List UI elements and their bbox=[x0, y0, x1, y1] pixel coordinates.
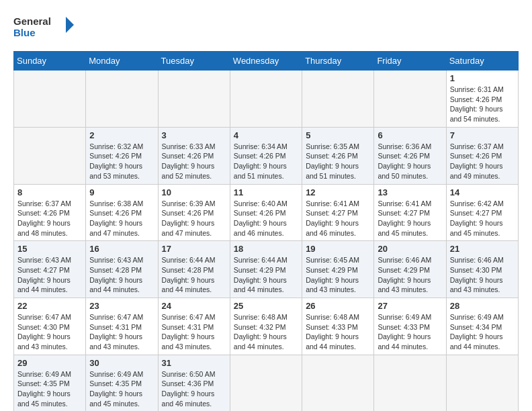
col-header-monday: Monday bbox=[86, 52, 158, 71]
table-row: 25Sunrise: 6:48 AMSunset: 4:32 PMDayligh… bbox=[230, 298, 302, 355]
col-header-saturday: Saturday bbox=[446, 52, 518, 71]
table-row bbox=[230, 355, 302, 411]
table-row: 14Sunrise: 6:42 AMSunset: 4:27 PMDayligh… bbox=[446, 184, 518, 241]
calendar-table: SundayMondayTuesdayWednesdayThursdayFrid… bbox=[13, 51, 519, 411]
day-number: 22 bbox=[17, 301, 82, 311]
table-row bbox=[302, 355, 374, 411]
day-number: 28 bbox=[450, 301, 515, 311]
table-row: 27Sunrise: 6:49 AMSunset: 4:33 PMDayligh… bbox=[374, 298, 446, 355]
day-number: 7 bbox=[450, 130, 515, 140]
day-number: 26 bbox=[306, 301, 370, 311]
table-row bbox=[446, 355, 518, 411]
day-number: 18 bbox=[234, 244, 298, 254]
day-info: Sunrise: 6:37 AMSunset: 4:26 PMDaylight:… bbox=[17, 199, 82, 238]
table-row: 30Sunrise: 6:49 AMSunset: 4:35 PMDayligh… bbox=[86, 355, 158, 411]
col-header-friday: Friday bbox=[374, 52, 446, 71]
day-info: Sunrise: 6:31 AMSunset: 4:26 PMDaylight:… bbox=[450, 85, 515, 124]
table-row: 9Sunrise: 6:38 AMSunset: 4:26 PMDaylight… bbox=[86, 184, 158, 241]
day-info: Sunrise: 6:35 AMSunset: 4:26 PMDaylight:… bbox=[306, 142, 370, 181]
day-number: 3 bbox=[162, 130, 226, 140]
day-number: 6 bbox=[378, 130, 442, 140]
svg-text:General: General bbox=[13, 15, 51, 27]
table-row bbox=[14, 127, 86, 184]
day-info: Sunrise: 6:43 AMSunset: 4:28 PMDaylight:… bbox=[89, 255, 154, 295]
day-number: 31 bbox=[162, 358, 226, 368]
table-row bbox=[230, 71, 302, 128]
table-row: 11Sunrise: 6:40 AMSunset: 4:26 PMDayligh… bbox=[230, 184, 302, 241]
table-row: 7Sunrise: 6:37 AMSunset: 4:26 PMDaylight… bbox=[446, 127, 518, 184]
day-number: 10 bbox=[162, 187, 226, 197]
table-row: 5Sunrise: 6:35 AMSunset: 4:26 PMDaylight… bbox=[302, 127, 374, 184]
table-row: 2Sunrise: 6:32 AMSunset: 4:26 PMDaylight… bbox=[86, 127, 158, 184]
table-row: 19Sunrise: 6:45 AMSunset: 4:29 PMDayligh… bbox=[302, 241, 374, 298]
col-header-sunday: Sunday bbox=[14, 52, 86, 71]
table-row: 3Sunrise: 6:33 AMSunset: 4:26 PMDaylight… bbox=[158, 127, 230, 184]
day-number: 8 bbox=[17, 187, 82, 197]
day-info: Sunrise: 6:49 AMSunset: 4:34 PMDaylight:… bbox=[450, 312, 515, 352]
day-number: 17 bbox=[162, 244, 226, 254]
table-row: 28Sunrise: 6:49 AMSunset: 4:34 PMDayligh… bbox=[446, 298, 518, 355]
day-info: Sunrise: 6:43 AMSunset: 4:27 PMDaylight:… bbox=[17, 255, 82, 295]
table-row: 29Sunrise: 6:49 AMSunset: 4:35 PMDayligh… bbox=[14, 355, 86, 411]
table-row: 4Sunrise: 6:34 AMSunset: 4:26 PMDaylight… bbox=[230, 127, 302, 184]
day-info: Sunrise: 6:34 AMSunset: 4:26 PMDaylight:… bbox=[234, 142, 298, 181]
day-number: 9 bbox=[89, 187, 154, 197]
day-number: 14 bbox=[450, 187, 515, 197]
day-info: Sunrise: 6:48 AMSunset: 4:32 PMDaylight:… bbox=[234, 312, 298, 352]
header: General Blue bbox=[13, 13, 519, 40]
day-number: 11 bbox=[234, 187, 298, 197]
day-info: Sunrise: 6:42 AMSunset: 4:27 PMDaylight:… bbox=[450, 199, 515, 238]
table-row: 26Sunrise: 6:48 AMSunset: 4:33 PMDayligh… bbox=[302, 298, 374, 355]
day-number: 25 bbox=[234, 301, 298, 311]
day-number: 1 bbox=[450, 73, 515, 83]
day-number: 27 bbox=[378, 301, 442, 311]
day-info: Sunrise: 6:33 AMSunset: 4:26 PMDaylight:… bbox=[162, 142, 226, 181]
day-number: 29 bbox=[17, 358, 82, 368]
day-number: 24 bbox=[162, 301, 226, 311]
table-row: 8Sunrise: 6:37 AMSunset: 4:26 PMDaylight… bbox=[14, 184, 86, 241]
table-row: 21Sunrise: 6:46 AMSunset: 4:30 PMDayligh… bbox=[446, 241, 518, 298]
table-row bbox=[14, 71, 86, 128]
table-row: 1Sunrise: 6:31 AMSunset: 4:26 PMDaylight… bbox=[446, 71, 518, 128]
day-info: Sunrise: 6:38 AMSunset: 4:26 PMDaylight:… bbox=[89, 199, 154, 238]
table-row: 22Sunrise: 6:47 AMSunset: 4:30 PMDayligh… bbox=[14, 298, 86, 355]
day-info: Sunrise: 6:39 AMSunset: 4:26 PMDaylight:… bbox=[162, 199, 226, 238]
day-info: Sunrise: 6:46 AMSunset: 4:30 PMDaylight:… bbox=[450, 255, 515, 295]
day-info: Sunrise: 6:41 AMSunset: 4:27 PMDaylight:… bbox=[306, 199, 370, 238]
table-row: 24Sunrise: 6:47 AMSunset: 4:31 PMDayligh… bbox=[158, 298, 230, 355]
col-header-tuesday: Tuesday bbox=[158, 52, 230, 71]
day-info: Sunrise: 6:47 AMSunset: 4:31 PMDaylight:… bbox=[162, 312, 226, 352]
col-header-thursday: Thursday bbox=[302, 52, 374, 71]
day-number: 21 bbox=[450, 244, 515, 254]
day-number: 19 bbox=[306, 244, 370, 254]
table-row: 20Sunrise: 6:46 AMSunset: 4:29 PMDayligh… bbox=[374, 241, 446, 298]
day-number: 5 bbox=[306, 130, 370, 140]
day-info: Sunrise: 6:32 AMSunset: 4:26 PMDaylight:… bbox=[89, 142, 154, 181]
day-number: 15 bbox=[17, 244, 82, 254]
day-info: Sunrise: 6:49 AMSunset: 4:35 PMDaylight:… bbox=[17, 369, 82, 409]
day-info: Sunrise: 6:40 AMSunset: 4:26 PMDaylight:… bbox=[234, 199, 298, 238]
table-row: 6Sunrise: 6:36 AMSunset: 4:26 PMDaylight… bbox=[374, 127, 446, 184]
table-row: 16Sunrise: 6:43 AMSunset: 4:28 PMDayligh… bbox=[86, 241, 158, 298]
table-row: 10Sunrise: 6:39 AMSunset: 4:26 PMDayligh… bbox=[158, 184, 230, 241]
table-row: 13Sunrise: 6:41 AMSunset: 4:27 PMDayligh… bbox=[374, 184, 446, 241]
day-info: Sunrise: 6:45 AMSunset: 4:29 PMDaylight:… bbox=[306, 255, 370, 295]
day-info: Sunrise: 6:47 AMSunset: 4:30 PMDaylight:… bbox=[17, 312, 82, 352]
svg-text:Blue: Blue bbox=[13, 27, 36, 38]
day-info: Sunrise: 6:36 AMSunset: 4:26 PMDaylight:… bbox=[378, 142, 442, 181]
day-info: Sunrise: 6:48 AMSunset: 4:33 PMDaylight:… bbox=[306, 312, 370, 352]
svg-marker-2 bbox=[66, 17, 74, 33]
day-number: 23 bbox=[89, 301, 154, 311]
day-number: 20 bbox=[378, 244, 442, 254]
day-info: Sunrise: 6:49 AMSunset: 4:35 PMDaylight:… bbox=[89, 369, 154, 409]
day-info: Sunrise: 6:50 AMSunset: 4:36 PMDaylight:… bbox=[162, 369, 226, 409]
table-row bbox=[86, 71, 158, 128]
table-row: 12Sunrise: 6:41 AMSunset: 4:27 PMDayligh… bbox=[302, 184, 374, 241]
day-info: Sunrise: 6:49 AMSunset: 4:33 PMDaylight:… bbox=[378, 312, 442, 352]
day-info: Sunrise: 6:41 AMSunset: 4:27 PMDaylight:… bbox=[378, 199, 442, 238]
day-number: 4 bbox=[234, 130, 298, 140]
day-info: Sunrise: 6:46 AMSunset: 4:29 PMDaylight:… bbox=[378, 255, 442, 295]
day-info: Sunrise: 6:44 AMSunset: 4:28 PMDaylight:… bbox=[162, 255, 226, 295]
col-header-wednesday: Wednesday bbox=[230, 52, 302, 71]
day-number: 16 bbox=[89, 244, 154, 254]
